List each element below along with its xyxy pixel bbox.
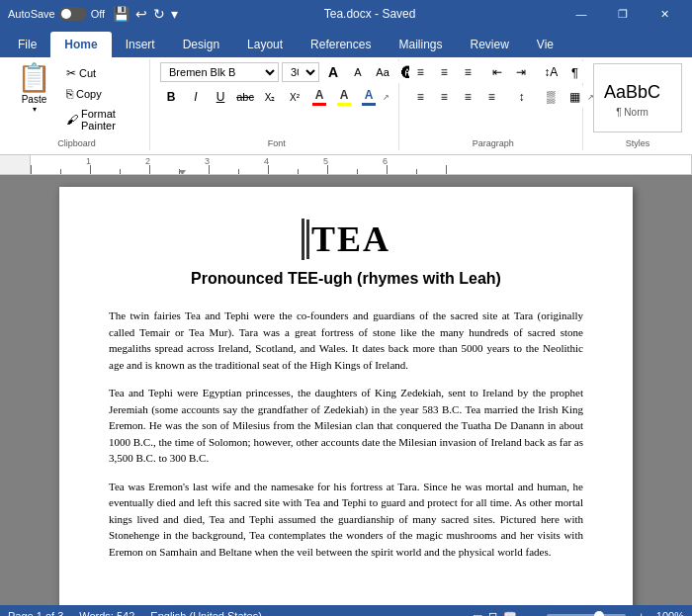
zoom-in-button[interactable]: +	[638, 610, 644, 616]
sort-button[interactable]: ↕A	[540, 61, 562, 83]
strikethrough-button[interactable]: abc	[234, 86, 256, 108]
tab-references[interactable]: References	[297, 32, 385, 57]
cut-button[interactable]: ✂ Cut	[61, 63, 143, 83]
text-effects-letter: A	[365, 88, 374, 102]
styles-preview-text: AaBbC	[596, 78, 668, 107]
read-mode-icon[interactable]: 📖	[503, 610, 517, 617]
justify-button[interactable]: ≡	[480, 86, 502, 108]
text-effects-button[interactable]: A	[358, 86, 380, 108]
language: English (United States)	[150, 610, 262, 616]
maximize-button[interactable]: ❐	[603, 0, 643, 28]
font-expand-arrow[interactable]: ↗	[383, 93, 389, 102]
styles-preview-box[interactable]: AaBbC ¶ Norm	[593, 63, 682, 132]
paste-label: Paste	[22, 94, 47, 105]
multilevel-button[interactable]: ≡	[457, 61, 478, 83]
clipboard-small-btns: ✂ Cut ⎘ Copy 🖌 Format Painter	[61, 63, 143, 134]
svg-text:3: 3	[205, 156, 210, 166]
svg-text:2: 2	[145, 156, 150, 166]
undo-icon[interactable]: ↩	[135, 6, 147, 22]
tab-home[interactable]: Home	[50, 32, 111, 57]
align-center-button[interactable]: ≡	[433, 86, 455, 108]
svg-rect-0	[31, 165, 32, 175]
tab-review[interactable]: Review	[456, 32, 522, 57]
shading-button[interactable]: ▒	[540, 86, 562, 108]
decrease-font-size-button[interactable]: A	[347, 61, 369, 83]
page-title-wrap: TEA	[109, 219, 583, 270]
format-painter-button[interactable]: 🖌 Format Painter	[61, 105, 143, 134]
tab-file[interactable]: File	[4, 32, 50, 57]
document-subtitle: Pronounced TEE-ugh (rhymes with Leah)	[109, 270, 583, 288]
align-left-button[interactable]: ≡	[409, 86, 431, 108]
increase-indent-button[interactable]: ⇥	[510, 61, 532, 83]
paragraph-label: Paragraph	[403, 138, 582, 148]
format-painter-icon: 🖌	[66, 113, 78, 127]
ribbon: 📋 Paste ▾ ✂ Cut ⎘ Copy 🖌 Format Painter	[0, 57, 692, 155]
autosave-section: AutoSave Off	[8, 7, 105, 21]
svg-marker-21	[179, 170, 186, 175]
clipboard-label: Clipboard	[4, 138, 149, 148]
show-hide-button[interactable]: ¶	[563, 61, 585, 83]
filename: Tea.docx - Saved	[178, 7, 562, 21]
close-button[interactable]: ✕	[645, 0, 684, 28]
copy-icon: ⎘	[66, 87, 73, 101]
numbering-button[interactable]: ≡	[433, 61, 455, 83]
tab-design[interactable]: Design	[169, 32, 233, 57]
svg-rect-7	[446, 165, 447, 175]
svg-rect-3	[209, 165, 210, 175]
para-row2: ≡ ≡ ≡ ≡ ↕ ▒ ▦ ↗	[409, 86, 594, 108]
minimize-button[interactable]: —	[562, 0, 601, 28]
highlight-letter: A	[340, 88, 349, 102]
print-layout-icon[interactable]: ▭	[473, 610, 482, 617]
bullets-button[interactable]: ≡	[409, 61, 431, 83]
font-name-select[interactable]: Bremen Blk B	[160, 62, 279, 82]
more-icon[interactable]: ▾	[171, 6, 178, 22]
paste-button[interactable]: 📋 Paste ▾	[10, 61, 58, 117]
align-right-button[interactable]: ≡	[457, 86, 478, 108]
line-spacing-button[interactable]: ↕	[510, 86, 532, 108]
superscript-button[interactable]: X²	[284, 86, 305, 108]
font-size-dropdown: 30	[282, 62, 319, 82]
font-color-line	[312, 103, 326, 106]
window-controls: — ❐ ✕	[562, 0, 684, 28]
italic-button[interactable]: I	[185, 86, 207, 108]
font-color-button[interactable]: A	[308, 86, 330, 108]
word-count: Words: 542	[79, 610, 134, 616]
borders-button[interactable]: ▦	[563, 86, 585, 108]
font-content: Bremen Blk B 30 A A Aa 🅐 B I U abc X₂ X²	[160, 61, 392, 134]
svg-rect-13	[357, 169, 358, 175]
autosave-toggle[interactable]	[59, 7, 87, 21]
autosave-state: Off	[91, 8, 105, 20]
underline-button[interactable]: U	[210, 86, 231, 108]
decrease-indent-button[interactable]: ⇤	[486, 61, 508, 83]
change-case-button[interactable]: Aa	[372, 61, 393, 83]
web-layout-icon[interactable]: ⊡	[488, 610, 497, 617]
font-size-select[interactable]: 30	[282, 62, 319, 82]
paste-icon: 📋	[17, 64, 51, 92]
increase-font-size-button[interactable]: A	[322, 61, 344, 83]
zoom-out-button[interactable]: −	[529, 610, 535, 616]
svg-text:4: 4	[264, 156, 269, 166]
svg-text:5: 5	[323, 156, 328, 166]
paragraph-1: The twin fairies Tea and Tephi were the …	[109, 308, 583, 373]
tab-view[interactable]: Vie	[523, 32, 567, 57]
title-cursor	[306, 220, 309, 259]
zoom-level[interactable]: 100%	[656, 610, 684, 616]
paragraph-group: ≡ ≡ ≡ ⇤ ⇥ ↕A ¶ ≡ ≡ ≡ ≡ ↕ ▒ ▦ ↗	[403, 59, 583, 150]
bold-button[interactable]: B	[160, 86, 182, 108]
paste-dropdown[interactable]: ▾	[33, 105, 37, 114]
text-effects-line	[362, 103, 376, 106]
highlight-color-button[interactable]: A	[333, 86, 355, 108]
subscript-button[interactable]: X₂	[259, 86, 281, 108]
clipboard-group: 📋 Paste ▾ ✂ Cut ⎘ Copy 🖌 Format Painter	[4, 59, 150, 150]
styles-name: ¶ Norm	[596, 107, 668, 118]
redo-icon[interactable]: ↻	[153, 6, 165, 22]
save-icon[interactable]: 💾	[113, 6, 130, 22]
tab-mailings[interactable]: Mailings	[385, 32, 456, 57]
svg-rect-12	[298, 169, 299, 175]
tab-insert[interactable]: Insert	[112, 32, 169, 57]
tab-layout[interactable]: Layout	[233, 32, 297, 57]
status-right: ▭ ⊡ 📖 − + 100%	[473, 610, 684, 617]
copy-button[interactable]: ⎘ Copy	[61, 84, 143, 104]
font-row1: Bremen Blk B 30 A A Aa 🅐	[160, 61, 418, 83]
svg-rect-8	[60, 169, 61, 175]
